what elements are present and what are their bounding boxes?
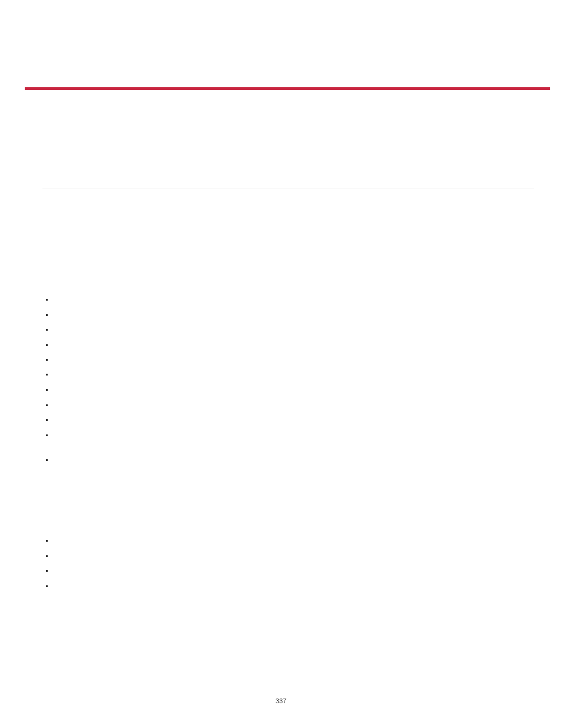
bullet-icon [46,434,48,436]
page-number: 337 [0,697,562,704]
bullet-icon [46,570,48,572]
bullet-icon [46,555,48,557]
bullet-icon [46,374,48,375]
bullet-icon [46,585,48,587]
bullet-icon [46,314,48,316]
bullet-icon [46,540,48,542]
bullet-icon [46,419,48,421]
bullet-icon [46,359,48,361]
bullet-icon [46,404,48,406]
light-horizontal-rule [42,189,534,189]
top-horizontal-rule [25,87,550,90]
bullet-icon [46,389,48,391]
bullet-icon [46,329,48,331]
bullet-icon [46,459,48,461]
bullet-icon [46,299,48,301]
bullet-icon [46,344,48,346]
